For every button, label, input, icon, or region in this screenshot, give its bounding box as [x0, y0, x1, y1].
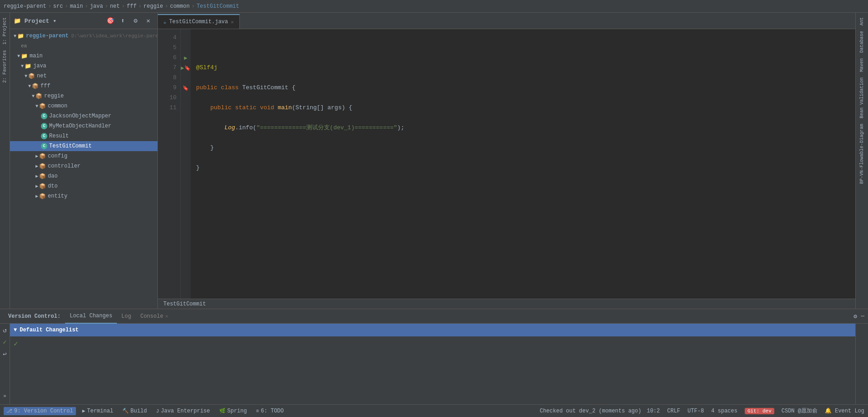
tab-close-button[interactable]: ✕ [231, 19, 234, 25]
tree-item-jackson[interactable]: C JacksonObjectMapper [10, 111, 157, 121]
refresh-icon[interactable]: ↺ [0, 325, 10, 335]
taskbar-spring-label: Spring [227, 408, 247, 414]
tree-item-controller[interactable]: ▶ 📦 controller [10, 161, 157, 171]
status-right: 10:2 CRLF UTF-8 4 spaces Git: dev CSDN @… [647, 407, 864, 415]
tab-label: TestGitCommit.java [169, 19, 228, 25]
tree-item-java[interactable]: ▼ 📁 java [10, 61, 157, 71]
taskbar-je-label: Java Enterprise [161, 408, 210, 414]
breadcrumb-current: TestGitCommit [197, 3, 239, 10]
event-log-button[interactable]: 🔔 Event Log [825, 407, 864, 414]
sidebar-toolbar: 📁 Project ▾ 🎯 ⬆ ⚙ ✕ [10, 13, 157, 29]
right-tool-database[interactable]: Database [858, 28, 865, 56]
tree-item-reggie[interactable]: ▼ 📦 reggie [10, 91, 157, 101]
editor-gutter: ▶ ▶ 🔖 🔖 [181, 29, 191, 299]
run-button-line7[interactable]: ▶ [181, 65, 184, 71]
check-icon: ✓ [0, 337, 10, 346]
version-control-label: Version Control: [4, 309, 65, 324]
status-bar: ⎇ 9: Version Control ▶ Terminal 🔨 Build … [0, 404, 868, 417]
indent-info[interactable]: 4 spaces [711, 408, 737, 414]
settings-button[interactable]: ⚙ [130, 15, 141, 26]
editor-tab-bar: ☕ TestGitCommit.java ✕ [158, 13, 855, 29]
taskbar-terminal-label: Terminal [87, 408, 113, 414]
code-editor[interactable]: @Slf4j public class TestGitCommit { publ… [191, 29, 855, 299]
tree-item-mymeta[interactable]: C MyMetaObjectHandler [10, 121, 157, 131]
editor-tab-testgitcommit[interactable]: ☕ TestGitCommit.java ✕ [158, 14, 240, 29]
changelist-panel: ▼ Default Changelist ✓ [10, 324, 855, 404]
git-branch-badge[interactable]: Git: dev [745, 408, 774, 414]
bookmark-line7: 🔖 [184, 65, 191, 71]
tree-item-net[interactable]: ▼ 📦 net [10, 71, 157, 81]
panel-settings-button[interactable]: ⚙ [853, 313, 857, 320]
left-tab-project[interactable]: 1: Project [1, 15, 8, 47]
taskbar-version-control[interactable]: ⎇ 9: Version Control [4, 407, 76, 415]
bottom-tab-local-changes[interactable]: Local Changes [65, 309, 117, 324]
line-numbers: 4 5 6 7 8 9 10 11 [158, 29, 181, 299]
status-left: Checked out dev_2 (moments ago) [540, 408, 641, 414]
spring-icon: 🌿 [219, 408, 226, 414]
changelist-body: ✓ [10, 336, 855, 404]
right-tool-flowable[interactable]: BP-VN-Flowable-Diagram [858, 121, 865, 187]
tree-root[interactable]: ▼ 📁 reggie-parent D:\work\idea_work\regg… [10, 31, 157, 41]
bottom-panel: Version Control: Local Changes Log Conso… [0, 309, 868, 404]
breadcrumb-item[interactable]: net [110, 3, 120, 10]
left-tool-tabs: 1: Project 2: Favorites [0, 13, 10, 309]
tree-item-testgitcommit[interactable]: C TestGitCommit [10, 141, 157, 151]
taskbar-build-label: Build [131, 408, 147, 414]
csdn-label: CSDN @愿加俞 [782, 407, 818, 415]
bookmark-line9: 🔖 [182, 85, 189, 91]
tree-item-main[interactable]: ▼ 📁 main [10, 51, 157, 61]
console-close-button[interactable]: ✕ [165, 313, 168, 319]
expand-icon[interactable]: » [0, 392, 10, 401]
run-button-line6[interactable]: ▶ [184, 55, 187, 61]
tree-item-dao[interactable]: ▶ 📦 dao [10, 171, 157, 181]
breadcrumb-item[interactable]: reggie [143, 3, 163, 10]
bottom-tab-console[interactable]: Console ✕ [136, 309, 172, 324]
right-tool-maven[interactable]: Maven [858, 56, 865, 75]
line-ending[interactable]: CRLF [667, 408, 681, 414]
tree-item-fff[interactable]: ▼ 📦 fff [10, 81, 157, 91]
tree-item-config[interactable]: ▶ 📦 config [10, 151, 157, 161]
left-tab-favorites[interactable]: 2: Favorites [1, 47, 8, 86]
taskbar-todo[interactable]: ≡ 6: TODO [253, 407, 287, 415]
breadcrumb-item[interactable]: java [90, 3, 103, 10]
bottom-tab-bar: Version Control: Local Changes Log Conso… [0, 309, 868, 324]
changelist-name: Default Changelist [20, 327, 79, 333]
bottom-tab-log[interactable]: Log [117, 309, 136, 324]
taskbar-build[interactable]: 🔨 Build [120, 407, 150, 415]
tree-item-common[interactable]: ▼ 📦 common [10, 101, 157, 111]
project-tree: ▼ 📁 reggie-parent D:\work\idea_work\regg… [10, 29, 157, 309]
changelist-header[interactable]: ▼ Default Changelist [10, 324, 855, 336]
tree-item-dto[interactable]: ▶ 📦 dto [10, 181, 157, 191]
tree-item-result[interactable]: C Result [10, 131, 157, 141]
project-dropdown[interactable]: 📁 Project ▾ [14, 17, 56, 25]
version-control-icon: ⎇ [6, 408, 12, 414]
taskbar-spring[interactable]: 🌿 Spring [217, 407, 250, 415]
right-tool-ant[interactable]: Ant [858, 15, 865, 28]
editor-panel: ☕ TestGitCommit.java ✕ 4 5 6 7 8 9 10 11 [158, 13, 855, 309]
collapse-all-button[interactable]: ⬆ [117, 15, 128, 26]
todo-icon: ≡ [256, 408, 259, 414]
breadcrumb-item[interactable]: main [70, 3, 83, 10]
changelist-arrow: ▼ [14, 327, 17, 333]
taskbar-terminal[interactable]: ▶ Terminal [80, 407, 116, 415]
breadcrumb-item[interactable]: fff [126, 3, 136, 10]
file-path-label: TestGitCommit [163, 301, 206, 307]
tree-item-ea[interactable]: ea [10, 41, 157, 51]
breadcrumb-item[interactable]: common [170, 3, 190, 10]
build-icon: 🔨 [122, 408, 129, 414]
cursor-position[interactable]: 10:2 [647, 408, 660, 414]
committed-icon: ✓ [14, 339, 18, 348]
breadcrumb-item[interactable]: src [53, 3, 63, 10]
right-tool-bean[interactable]: Bean Validation [858, 75, 865, 121]
undo-icon[interactable]: ↩ [0, 349, 10, 358]
close-sidebar-button[interactable]: ✕ [143, 15, 154, 26]
taskbar-todo-label: 6: TODO [261, 408, 283, 414]
breadcrumb-item[interactable]: reggie-parent [4, 3, 46, 10]
locate-file-button[interactable]: 🎯 [105, 15, 116, 26]
taskbar-java-enterprise[interactable]: J Java Enterprise [153, 407, 213, 415]
charset[interactable]: UTF-8 [687, 408, 704, 414]
tree-item-entity[interactable]: ▶ 📦 entity [10, 191, 157, 201]
editor-area[interactable]: 4 5 6 7 8 9 10 11 ▶ ▶ 🔖 🔖 [158, 29, 855, 299]
panel-minimize-button[interactable]: ─ [861, 313, 864, 320]
taskbar-vc-label: 9: Version Control [14, 408, 73, 414]
